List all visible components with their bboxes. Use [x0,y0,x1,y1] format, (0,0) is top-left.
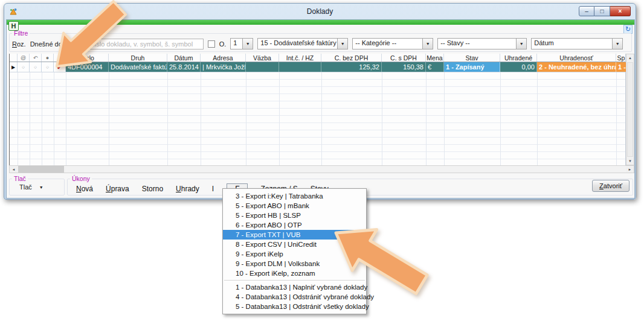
header-uhradene[interactable]: Uhradené [500,54,537,62]
new-button[interactable]: Nová [76,185,93,193]
table-header-row: @ ↶ ● 1 Číslo Druh Dátum Adresa Väzba In… [10,54,625,62]
chevron-down-icon[interactable]: ▼ [242,39,253,49]
menu-separator [224,280,365,281]
actions-group-label: Úkony [70,175,92,182]
cell-cislo: 4DF000004 [66,62,109,72]
header-c-bez-dph[interactable]: C. bez DPH [321,54,382,62]
window-title: Doklady [4,7,636,16]
vertical-scrollbar[interactable]: ▲ ▼ [626,54,634,165]
filters-group: Filtre Roz. Dnešné doklady O. 1 ▼ 15 - D… [9,30,632,52]
cell-adresa: | Mrkvička Jožko [201,62,246,72]
cell-uhradene: 0,00 [500,62,537,72]
print-group-label: Tlač [12,175,28,182]
print-group: Tlač Tlač ▼ [9,175,65,195]
cell-c-s-dph: 150,38 [382,62,426,72]
chevron-down-icon[interactable]: ▼ [516,39,526,49]
menu-item[interactable]: 6 - Export ABO | OTP [223,220,366,230]
chevron-down-icon[interactable]: ▼ [337,39,347,49]
scroll-down-icon[interactable]: ▼ [626,157,634,165]
header-stav[interactable]: Stav [444,54,500,62]
cell-mena: € [426,62,444,72]
scroll-left-icon[interactable]: ◄ [10,166,18,173]
menu-item-selected[interactable]: 7 - Export TXT | VUB [223,230,366,240]
attachment-icon[interactable]: @ [18,54,30,62]
h-button[interactable]: H [8,21,19,31]
menu-item[interactable]: 5 - Export HB | SLSP [223,211,366,220]
table-row[interactable]: ▶ ◇ ◇ ◇ ✔ 4DF000004 Dodávateľské faktúry… [10,62,625,72]
states-select[interactable]: -- Stavy -- ▼ [437,38,527,49]
horizontal-scrollbar[interactable]: ◄ ► [9,165,634,173]
cell-vazba [246,62,279,72]
header-selector [10,54,18,62]
vertical-scroll-thumb[interactable] [627,62,633,157]
cell-sp: 1 - [616,62,626,72]
row-note-mark: ◇ [42,62,54,72]
row-attachment-mark: ◇ [18,62,30,72]
number-select[interactable]: 1 ▼ [230,38,253,49]
export-context-menu: 3 - Export i:Key | Tatrabanka 5 - Export… [222,188,367,314]
menu-item[interactable]: 4 - Databanka13 | Odstrániť vybrané dokl… [223,292,366,302]
menu-item[interactable]: 8 - Export CSV | UniCredit [223,240,366,249]
maximize-icon[interactable]: □ [594,6,610,16]
cell-int-hz [279,62,321,72]
menu-item[interactable]: 5 - Export ABO | mBank [223,201,366,211]
close-window-button[interactable]: Zatvoriť [592,180,630,192]
preset-filter[interactable]: Dnešné doklady [30,40,83,48]
roz-link[interactable]: Roz. [12,40,26,48]
menu-item[interactable]: 10 - Export iKelp, zoznam [223,268,366,278]
doklady-window: Doklady – □ × H ↻ Filtre Roz. Dnešné dok… [4,3,636,200]
scroll-up-icon[interactable]: ▲ [626,54,634,62]
documents-table: @ ↶ ● 1 Číslo Druh Dátum Adresa Väzba In… [9,54,626,165]
chevron-down-icon[interactable]: ▼ [422,39,433,49]
i-button[interactable]: I [212,185,214,193]
o-checkbox-label: O. [219,40,227,48]
cell-c-bez-dph: 125,32 [321,62,382,72]
menu-item[interactable]: 9 - Export DLM | Volksbank [223,259,366,268]
horizontal-scroll-thumb[interactable] [18,166,64,173]
cell-datum: 25.8.2014 [167,62,201,72]
search-input[interactable] [88,39,204,49]
row-selector-icon: ▶ [10,62,18,72]
menu-item[interactable]: 5 - Databanka13 | Odstrániť všetky dokla… [223,302,366,311]
header-datum[interactable]: Dátum [167,54,201,62]
chevron-down-icon[interactable]: ▼ [612,39,622,49]
o-checkbox[interactable] [208,40,215,48]
cell-druh: Dodávateľské faktúry [109,62,167,72]
close-icon[interactable]: × [610,6,631,16]
menu-item[interactable]: 9 - Export iKelp [223,249,366,259]
menu-item[interactable]: 3 - Export i:Key | Tatrabanka [223,191,366,201]
minimize-icon[interactable]: – [579,6,594,16]
note-icon[interactable]: ● [42,54,54,62]
header-c-s-dph[interactable]: C. s DPH [382,54,426,62]
menu-item[interactable]: 1 - Databanka13 | Naplniť vybrané doklad… [223,282,366,292]
header-cislo[interactable]: Číslo [66,54,109,62]
green-status-bar [7,20,634,25]
client-area: H ↻ Filtre Roz. Dnešné doklady O. 1 ▼ 15… [6,19,635,199]
row-undo-mark: ◇ [30,62,42,72]
scroll-right-icon[interactable]: ► [626,166,634,173]
storno-button[interactable]: Storno [142,185,163,193]
payments-button[interactable]: Uhrady [176,185,199,193]
cell-stav-badge: 1 - Zapísaný [444,62,500,72]
header-druh[interactable]: Druh [109,54,167,62]
header-adresa[interactable]: Adresa [201,54,246,62]
category-select[interactable]: -- Kategórie -- ▼ [352,38,433,49]
doc-type-select[interactable]: 15 - Dodávateľské faktúry ▼ [257,38,348,49]
header-one[interactable]: 1 [54,54,66,62]
header-int-hz[interactable]: Int.č. / HZ [279,54,321,62]
header-vazba[interactable]: Väzba [246,54,279,62]
header-uhradenost[interactable]: Uhradenosť [537,54,616,62]
edit-button[interactable]: Úprava [106,185,129,193]
empty-grid-area [10,72,625,165]
cell-uhradenost-badge: 2 - Neuhradené, bez úhrad [537,62,616,72]
row-check-icon: ✔ [54,62,66,72]
chevron-down-icon: ▼ [39,185,43,189]
header-mena[interactable]: Mena [426,54,444,62]
undo-icon[interactable]: ↶ [30,54,42,62]
header-sp[interactable]: Sp [616,54,626,62]
date-select[interactable]: Dátum ▼ [531,38,623,49]
print-button[interactable]: Tlač ▼ [10,182,64,191]
page: Doklady – □ × H ↻ Filtre Roz. Dnešné dok… [0,0,644,324]
titlebar: Doklady – □ × [4,4,636,19]
